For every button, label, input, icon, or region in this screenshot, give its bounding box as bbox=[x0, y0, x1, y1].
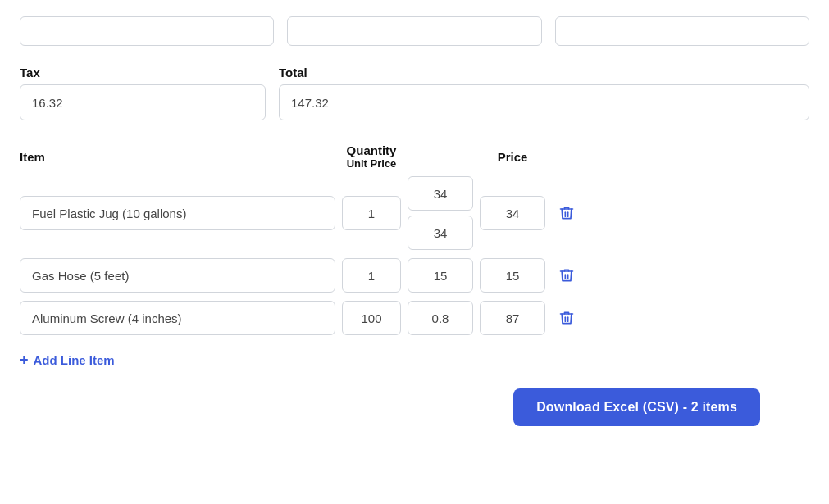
total-input[interactable] bbox=[279, 84, 809, 120]
item-unit-input-1b[interactable] bbox=[408, 216, 473, 250]
trash-icon bbox=[558, 310, 575, 326]
item-qty-input-2[interactable] bbox=[342, 258, 401, 293]
top-inputs-row bbox=[20, 16, 809, 46]
bottom-actions-row: Download Excel (CSV) - 2 items bbox=[20, 388, 809, 426]
delete-button-2[interactable] bbox=[552, 261, 581, 290]
table-header-row: Item Quantity Unit Price Price bbox=[20, 143, 809, 170]
total-group: Total bbox=[279, 66, 809, 120]
line-items-section: Item Quantity Unit Price Price bbox=[20, 143, 809, 335]
plus-icon: + bbox=[20, 352, 29, 369]
table-row bbox=[20, 258, 809, 293]
download-button[interactable]: Download Excel (CSV) - 2 items bbox=[513, 388, 760, 426]
top-input-2[interactable] bbox=[287, 16, 541, 46]
tax-input[interactable] bbox=[20, 84, 266, 120]
item-qty-input-1[interactable] bbox=[342, 196, 401, 230]
add-line-item-button[interactable]: + Add Line Item bbox=[20, 352, 115, 369]
item-unit-input-3[interactable] bbox=[408, 301, 473, 335]
item-price-input-1[interactable] bbox=[480, 196, 545, 230]
tax-label: Tax bbox=[20, 66, 266, 79]
add-line-item-label: Add Line Item bbox=[34, 353, 115, 367]
delete-button-3[interactable] bbox=[552, 303, 581, 333]
item-name-input-3[interactable] bbox=[20, 301, 335, 335]
item-price-input-2[interactable] bbox=[480, 258, 545, 293]
item-qty-input-3[interactable] bbox=[342, 301, 401, 335]
item-price-input-3[interactable] bbox=[480, 301, 545, 335]
trash-icon bbox=[558, 205, 575, 221]
tax-total-row: Tax Total bbox=[20, 66, 809, 120]
header-price: Price bbox=[480, 150, 545, 164]
table-row bbox=[20, 301, 809, 335]
trash-icon bbox=[558, 267, 575, 284]
item-unit-input-2[interactable] bbox=[408, 258, 473, 293]
tax-group: Tax bbox=[20, 66, 266, 120]
unit-price-stack-1 bbox=[408, 176, 473, 250]
top-input-3[interactable] bbox=[555, 16, 809, 46]
header-item: Item bbox=[20, 150, 335, 164]
total-label: Total bbox=[279, 66, 809, 79]
item-name-input-1[interactable] bbox=[20, 196, 335, 230]
top-input-1[interactable] bbox=[20, 16, 274, 46]
item-name-input-2[interactable] bbox=[20, 258, 335, 293]
table-row bbox=[20, 176, 809, 250]
header-quantity: Quantity Unit Price bbox=[342, 143, 401, 170]
item-unit-input-1a[interactable] bbox=[408, 176, 473, 211]
delete-button-1[interactable] bbox=[552, 198, 581, 228]
